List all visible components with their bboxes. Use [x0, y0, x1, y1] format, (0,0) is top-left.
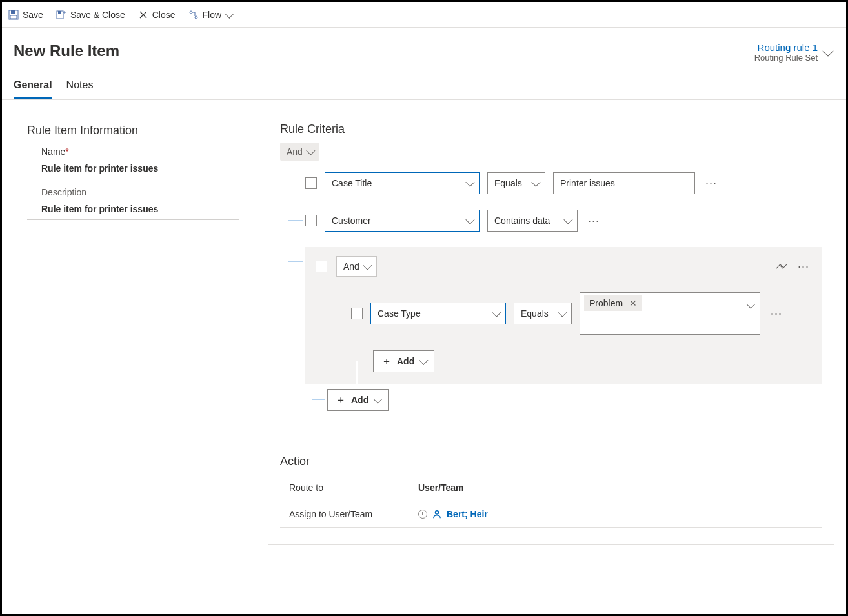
route-to-value[interactable]: User/Team	[418, 482, 464, 493]
chevron-down-icon	[306, 146, 315, 155]
row-more-menu[interactable]: ···	[585, 214, 602, 228]
form-header: New Rule Item Routing rule 1 Routing Rul…	[2, 28, 846, 63]
section-heading: Action	[280, 455, 822, 468]
chevron-down-icon	[492, 308, 501, 317]
plus-icon: ＋	[336, 393, 346, 407]
rule-item-info-section: Rule Item Information Name* Rule item fo…	[14, 112, 252, 306]
close-button[interactable]: Close	[138, 10, 176, 20]
remove-tag-icon[interactable]: ✕	[629, 298, 637, 308]
save-icon	[8, 10, 19, 20]
flow-icon	[188, 10, 199, 20]
value-input[interactable]: Printer issues	[553, 172, 695, 194]
close-label: Close	[152, 10, 176, 20]
page-title: New Rule Item	[14, 42, 119, 63]
save-button[interactable]: Save	[8, 10, 43, 20]
assign-to-row: Assign to User/Team Bert; Heir	[280, 501, 822, 528]
tab-general[interactable]: General	[14, 79, 52, 99]
nested-group-header: And ···	[316, 256, 812, 277]
chevron-down-icon[interactable]	[823, 46, 834, 57]
tab-notes[interactable]: Notes	[66, 79, 94, 99]
right-column: Rule Criteria And Case Title	[268, 112, 834, 545]
add-condition-button[interactable]: ＋ Add	[373, 350, 434, 372]
operator-selector[interactable]: Equals	[514, 303, 572, 324]
row-checkbox[interactable]	[305, 215, 317, 226]
save-close-icon	[56, 10, 66, 20]
section-heading: Rule Item Information	[27, 124, 239, 137]
required-indicator: *	[65, 146, 68, 157]
assigned-user-link[interactable]: Bert; Heir	[447, 509, 488, 519]
add-condition-button[interactable]: ＋ Add	[327, 389, 389, 411]
group-checkbox[interactable]	[316, 261, 327, 272]
name-field[interactable]: Rule item for printer issues	[27, 157, 239, 179]
route-to-label: Route to	[289, 482, 392, 493]
parent-entity-type: Routing Rule Set	[754, 53, 818, 63]
condition-row: Customer Contains data ···	[305, 210, 822, 232]
save-label: Save	[23, 10, 43, 20]
group-more-menu[interactable]: ···	[795, 260, 812, 273]
description-field[interactable]: Rule item for printer issues	[27, 197, 239, 220]
svg-point-7	[435, 511, 438, 514]
nested-condition-group: And ··· Case	[305, 247, 822, 384]
chevron-down-icon	[465, 215, 474, 224]
svg-rect-2	[10, 15, 17, 19]
root-add-row: ＋ Add	[327, 389, 822, 411]
group-operator[interactable]: And	[336, 256, 377, 277]
form-tabs: General Notes	[2, 63, 846, 100]
assign-to-label: Assign to User/Team	[289, 509, 392, 519]
chevron-down-icon	[558, 308, 567, 317]
field-selector[interactable]: Case Type	[370, 303, 506, 324]
close-icon	[138, 10, 148, 20]
route-to-row: Route to User/Team	[280, 475, 822, 501]
parent-link[interactable]: Routing rule 1	[754, 42, 818, 53]
row-more-menu[interactable]: ···	[703, 177, 720, 190]
value-multiselect[interactable]: Problem ✕	[580, 292, 760, 335]
selected-tag: Problem ✕	[584, 295, 642, 311]
chevron-down-icon	[746, 300, 755, 309]
nested-add-row: ＋ Add	[373, 350, 812, 372]
recent-icon	[418, 510, 427, 519]
chevron-down-icon	[563, 215, 572, 224]
svg-point-6	[195, 16, 197, 19]
chevron-down-icon	[531, 178, 540, 187]
collapse-icon[interactable]	[777, 262, 786, 271]
chevron-down-icon	[363, 261, 372, 270]
svg-rect-4	[58, 11, 61, 14]
svg-rect-1	[11, 10, 15, 14]
condition-builder: And Case Title Equals	[280, 143, 822, 411]
root-group-operator[interactable]: And	[280, 143, 319, 161]
save-close-label: Save & Close	[70, 10, 125, 20]
save-close-button[interactable]: Save & Close	[56, 10, 125, 20]
parent-record[interactable]: Routing rule 1 Routing Rule Set	[754, 42, 834, 63]
chevron-down-icon	[465, 178, 474, 187]
field-selector[interactable]: Case Title	[325, 172, 480, 194]
rule-criteria-section: Rule Criteria And Case Title	[268, 112, 834, 428]
name-label: Name*	[41, 146, 239, 157]
assign-to-value[interactable]: Bert; Heir	[418, 509, 488, 519]
nested-branch: Case Type Equals Problem	[334, 282, 812, 372]
flow-menu[interactable]: Flow	[188, 10, 232, 20]
row-checkbox[interactable]	[351, 308, 363, 319]
chevron-down-icon	[419, 356, 429, 365]
root-branch: Case Title Equals Printer issues ···	[288, 161, 822, 411]
description-label: Description	[41, 187, 239, 197]
condition-row: Case Title Equals Printer issues ···	[305, 172, 822, 194]
chevron-down-icon	[225, 9, 234, 18]
form-body: Rule Item Information Name* Rule item fo…	[2, 100, 846, 557]
flow-label: Flow	[203, 10, 222, 20]
svg-point-5	[190, 11, 192, 14]
operator-selector[interactable]: Equals	[487, 172, 545, 194]
row-checkbox[interactable]	[305, 177, 317, 189]
condition-row: Case Type Equals Problem	[351, 292, 812, 335]
section-heading: Rule Criteria	[280, 123, 822, 136]
command-bar: Save Save & Close Close Flow	[2, 2, 846, 28]
field-selector[interactable]: Customer	[325, 210, 480, 232]
action-section: Action Route to User/Team Assign to User…	[268, 444, 834, 545]
chevron-down-icon	[374, 395, 383, 404]
row-more-menu[interactable]: ···	[768, 307, 785, 321]
operator-selector[interactable]: Contains data	[487, 210, 578, 232]
plus-icon: ＋	[381, 355, 392, 368]
person-icon	[432, 510, 441, 519]
